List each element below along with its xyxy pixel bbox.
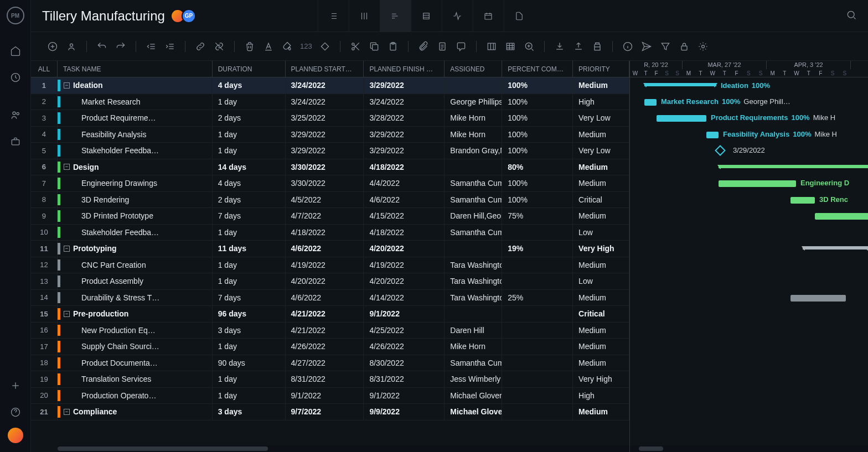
task-row[interactable]: 2 Market Research 1 day 3/24/2022 3/24/2… bbox=[31, 94, 629, 111]
gantt-hscrollbar[interactable] bbox=[630, 445, 868, 452]
finish-cell[interactable]: 9/1/2022 bbox=[364, 388, 445, 404]
priority-cell[interactable]: Medium bbox=[573, 127, 629, 143]
assigned-cell[interactable]: Brandon Gray,M bbox=[445, 143, 502, 159]
duration-cell[interactable]: 1 day bbox=[213, 371, 286, 387]
task-row[interactable]: 15 −Pre-production 96 days 4/21/2022 9/1… bbox=[31, 306, 629, 323]
start-cell[interactable]: 3/24/2022 bbox=[286, 94, 364, 110]
files-view-tab[interactable] bbox=[504, 0, 535, 32]
col-header-all[interactable]: ALL bbox=[31, 61, 58, 77]
gantt-row[interactable]: Ideation100% bbox=[630, 77, 868, 94]
start-cell[interactable]: 4/18/2022 bbox=[286, 225, 364, 241]
col-header-assigned[interactable]: ASSIGNED bbox=[445, 61, 502, 77]
percent-cell[interactable]: 100% bbox=[502, 127, 573, 143]
duration-cell[interactable]: 7 days bbox=[213, 208, 286, 224]
task-name-cell[interactable]: New Production Eq… bbox=[58, 323, 213, 339]
task-name-cell[interactable]: Engineering Drawings bbox=[58, 175, 213, 191]
start-cell[interactable]: 4/6/2022 bbox=[286, 290, 364, 306]
start-cell[interactable]: 3/24/2022 bbox=[286, 77, 364, 93]
col-header-duration[interactable]: DURATION bbox=[213, 61, 286, 77]
task-row[interactable]: 18 Product Documenta… 90 days 4/27/2022 … bbox=[31, 355, 629, 372]
finish-cell[interactable]: 3/28/2022 bbox=[364, 110, 445, 126]
finish-cell[interactable]: 8/30/2022 bbox=[364, 355, 445, 371]
priority-cell[interactable]: Medium bbox=[573, 77, 629, 93]
start-cell[interactable]: 4/20/2022 bbox=[286, 273, 364, 289]
finish-cell[interactable]: 4/25/2022 bbox=[364, 323, 445, 339]
assigned-cell[interactable]: Tara Washingto bbox=[445, 290, 502, 306]
assigned-cell[interactable]: Jess Wimberly bbox=[445, 371, 502, 387]
duration-cell[interactable]: 3 days bbox=[213, 404, 286, 420]
gantt-row[interactable] bbox=[630, 388, 868, 404]
gantt-row[interactable] bbox=[630, 159, 868, 176]
user-avatar[interactable] bbox=[8, 428, 23, 443]
task-name-cell[interactable]: Supply Chain Sourci… bbox=[58, 339, 213, 355]
finish-cell[interactable]: 4/6/2022 bbox=[364, 192, 445, 208]
duration-cell[interactable]: 1 day bbox=[213, 257, 286, 273]
percent-cell[interactable] bbox=[502, 306, 573, 322]
start-cell[interactable]: 4/26/2022 bbox=[286, 339, 364, 355]
percent-cell[interactable]: 100% bbox=[502, 94, 573, 110]
undo-icon[interactable] bbox=[94, 38, 110, 55]
task-name-cell[interactable]: −Pre-production bbox=[58, 306, 213, 322]
gantt-summary-bar[interactable] bbox=[803, 246, 868, 250]
priority-cell[interactable]: Medium bbox=[573, 339, 629, 355]
send-icon[interactable] bbox=[638, 38, 655, 55]
gantt-row[interactable]: Feasibility Analysis100%Mike H bbox=[630, 127, 868, 143]
assigned-cell[interactable]: George Phillips bbox=[445, 94, 502, 110]
finish-cell[interactable]: 4/26/2022 bbox=[364, 339, 445, 355]
priority-cell[interactable]: Medium bbox=[573, 208, 629, 224]
duration-cell[interactable]: 1 day bbox=[213, 225, 286, 241]
duration-cell[interactable]: 2 days bbox=[213, 192, 286, 208]
duration-cell[interactable]: 1 day bbox=[213, 143, 286, 159]
task-name-cell[interactable]: CNC Part Creation bbox=[58, 257, 213, 273]
gantt-task-bar[interactable]: 3D Renc bbox=[790, 197, 815, 204]
copy-icon[interactable] bbox=[366, 38, 383, 55]
duration-cell[interactable]: 1 day bbox=[213, 127, 286, 143]
gantt-panel[interactable]: R, 20 '22 MAR, 27 '22 APR, 3 '22 WTFSSMT… bbox=[630, 61, 868, 452]
assigned-cell[interactable]: Mike Horn bbox=[445, 339, 502, 355]
activity-view-tab[interactable] bbox=[442, 0, 473, 32]
finish-cell[interactable]: 4/20/2022 bbox=[364, 273, 445, 289]
task-name-cell[interactable]: Production Operato… bbox=[58, 388, 213, 404]
delete-icon[interactable] bbox=[241, 38, 258, 55]
gantt-row[interactable] bbox=[630, 323, 868, 339]
task-name-cell[interactable]: Durability & Stress T… bbox=[58, 290, 213, 306]
search-icon[interactable] bbox=[846, 9, 857, 22]
task-name-cell[interactable]: 3D Rendering bbox=[58, 192, 213, 208]
assigned-cell[interactable]: Michael Glover bbox=[445, 404, 502, 420]
priority-cell[interactable]: Medium bbox=[573, 175, 629, 191]
finish-cell[interactable]: 3/29/2022 bbox=[364, 77, 445, 93]
percent-cell[interactable]: 100% bbox=[502, 192, 573, 208]
task-name-cell[interactable]: Feasibility Analysis bbox=[58, 127, 213, 143]
app-logo[interactable]: PM bbox=[7, 7, 24, 24]
avatar[interactable]: GP bbox=[182, 9, 196, 23]
member-avatars[interactable]: GP bbox=[174, 9, 196, 23]
finish-cell[interactable]: 3/24/2022 bbox=[364, 94, 445, 110]
task-row[interactable]: 13 Product Assembly 1 day 4/20/2022 4/20… bbox=[31, 273, 629, 290]
start-cell[interactable]: 3/29/2022 bbox=[286, 127, 364, 143]
finish-cell[interactable]: 3/29/2022 bbox=[364, 127, 445, 143]
cut-icon[interactable] bbox=[347, 38, 364, 55]
assigned-cell[interactable]: Michael Glover bbox=[445, 388, 502, 404]
task-row[interactable]: 12 CNC Part Creation 1 day 4/19/2022 4/1… bbox=[31, 257, 629, 274]
export-icon[interactable] bbox=[570, 38, 587, 55]
start-cell[interactable]: 3/30/2022 bbox=[286, 175, 364, 191]
assigned-cell[interactable] bbox=[445, 159, 502, 175]
gantt-row[interactable]: 3D Renc bbox=[630, 192, 868, 209]
start-cell[interactable]: 9/1/2022 bbox=[286, 388, 364, 404]
assigned-cell[interactable] bbox=[445, 241, 502, 257]
gantt-summary-bar[interactable]: Ideation100% bbox=[644, 83, 716, 86]
outdent-icon[interactable] bbox=[143, 38, 159, 55]
duration-cell[interactable]: 11 days bbox=[213, 241, 286, 257]
assigned-cell[interactable] bbox=[445, 77, 502, 93]
task-row[interactable]: 9 3D Printed Prototype 7 days 4/7/2022 4… bbox=[31, 208, 629, 225]
import-icon[interactable] bbox=[551, 38, 568, 55]
priority-cell[interactable]: High bbox=[573, 94, 629, 110]
start-cell[interactable]: 4/27/2022 bbox=[286, 355, 364, 371]
duration-cell[interactable]: 1 day bbox=[213, 388, 286, 404]
priority-cell[interactable]: High bbox=[573, 388, 629, 404]
start-cell[interactable]: 3/25/2022 bbox=[286, 110, 364, 126]
task-row[interactable]: 11 −Prototyping 11 days 4/6/2022 4/20/20… bbox=[31, 241, 629, 257]
finish-cell[interactable]: 4/14/2022 bbox=[364, 290, 445, 306]
add-task-icon[interactable] bbox=[44, 38, 61, 55]
task-row[interactable]: 14 Durability & Stress T… 7 days 4/6/202… bbox=[31, 290, 629, 306]
